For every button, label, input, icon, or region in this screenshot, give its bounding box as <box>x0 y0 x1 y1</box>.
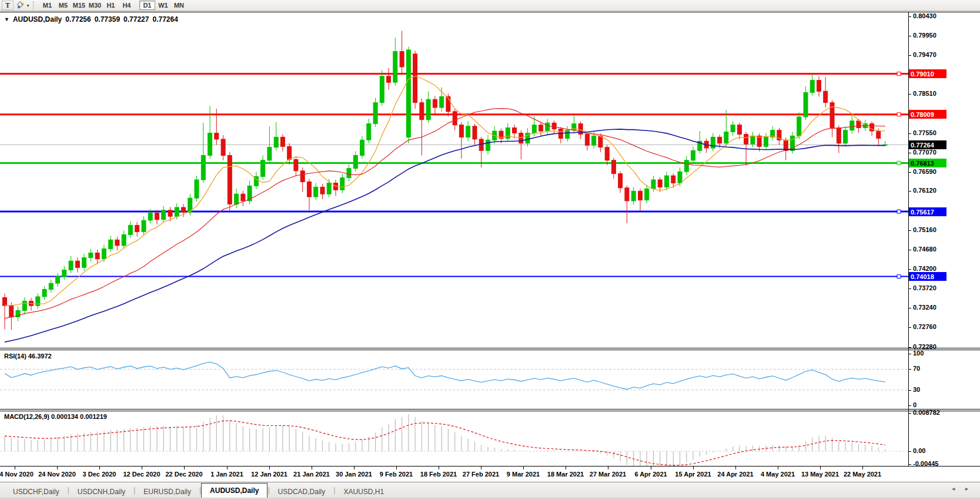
candle <box>817 80 821 92</box>
timeframe-button-h4[interactable]: H4 <box>119 1 135 10</box>
candle <box>731 125 735 132</box>
date-tick-label: 15 Apr 2021 <box>675 471 711 478</box>
candle <box>162 210 166 220</box>
candle <box>519 133 523 143</box>
date-tick <box>396 467 397 469</box>
date-tick-label: 30 Jan 2021 <box>336 471 372 478</box>
candle <box>241 194 245 201</box>
candle <box>274 137 278 147</box>
indicators-icon[interactable] <box>16 1 25 9</box>
timeframe-button-m30[interactable]: M30 <box>87 1 103 10</box>
candle <box>651 180 655 189</box>
timeframe-button-mn[interactable]: MN <box>171 1 187 10</box>
text-tool-button[interactable]: T <box>2 1 14 10</box>
timeframe-button-m15[interactable]: M15 <box>71 1 87 10</box>
tab-audusd-daily[interactable]: AUDUSD,Daily <box>201 483 267 498</box>
candle <box>267 147 272 160</box>
level-anchor[interactable] <box>897 210 901 213</box>
candle <box>426 99 430 120</box>
level-anchor[interactable] <box>897 275 901 278</box>
date-tick-label: 18 Feb 2021 <box>420 471 457 478</box>
ohlc-open: 0.77256 <box>65 15 91 24</box>
candle <box>82 258 86 268</box>
macd-chart-canvas[interactable] <box>0 411 980 466</box>
candle <box>850 121 854 130</box>
candle <box>844 130 848 143</box>
candle <box>566 130 570 139</box>
candle <box>406 50 410 137</box>
timeframe-button-h1[interactable]: H1 <box>103 1 119 10</box>
panel-divider[interactable] <box>0 411 980 411</box>
price-chart-canvas[interactable] <box>0 12 980 348</box>
candle <box>95 253 99 259</box>
candle <box>287 146 292 159</box>
tab-scroll-right-icon[interactable]: ► <box>964 486 969 492</box>
candle <box>400 52 404 67</box>
date-tick <box>142 467 142 469</box>
moving-average <box>5 129 885 342</box>
tab-usdcad-daily[interactable]: USDCAD,Daily <box>270 485 334 498</box>
candle <box>393 52 397 83</box>
candle <box>155 213 159 220</box>
rsi-chart-canvas[interactable] <box>0 350 980 409</box>
candle <box>280 137 285 146</box>
candle <box>605 147 609 160</box>
timeframe-button-w1[interactable]: W1 <box>155 1 171 10</box>
candle <box>546 123 550 131</box>
candle <box>804 92 808 117</box>
timeframe-button-d1[interactable]: D1 <box>139 1 155 10</box>
candle <box>69 261 73 270</box>
tab-usdchf-daily[interactable]: USDCHF,Daily <box>5 485 68 498</box>
date-tick-label: 12 Dec 2020 <box>123 471 160 478</box>
candle <box>618 174 623 188</box>
candle <box>684 160 688 172</box>
candle <box>320 187 325 194</box>
candle <box>128 225 132 234</box>
date-tick-label: 9 Mar 2021 <box>507 471 540 478</box>
timeframe-button-m1[interactable]: M1 <box>39 1 55 10</box>
tab-usdcnh-daily[interactable]: USDCNH,Daily <box>69 485 133 498</box>
symbol-collapse-icon[interactable]: ▼ <box>4 16 9 22</box>
chart-tab-bar: USDCHF,Daily|USDCNH,Daily|EURUSD,Daily|A… <box>0 482 980 498</box>
ohlc-low: 0.77227 <box>123 15 149 24</box>
candle <box>102 249 106 259</box>
date-tick <box>312 467 312 469</box>
toolbar-grip[interactable] <box>33 1 36 9</box>
candle <box>42 290 46 297</box>
level-anchor[interactable] <box>897 161 901 165</box>
date-tick <box>354 467 354 469</box>
candle <box>148 213 152 220</box>
panel-divider[interactable] <box>0 409 980 410</box>
candle <box>810 80 814 93</box>
candle <box>413 54 417 103</box>
candle <box>711 137 715 148</box>
date-tick-label: 14 Nov 2020 <box>0 471 34 478</box>
level-anchor[interactable] <box>897 72 901 76</box>
date-tick <box>566 467 566 469</box>
candle <box>360 140 364 155</box>
candle <box>75 261 79 267</box>
candle <box>353 156 357 169</box>
date-tick-label: 22 Dec 2020 <box>166 471 203 478</box>
panel-divider[interactable] <box>0 350 980 350</box>
chevron-down-icon[interactable]: ▼ <box>26 4 30 8</box>
price-axis-line <box>908 12 909 466</box>
date-tick <box>523 467 524 469</box>
candle <box>49 283 53 289</box>
candle <box>387 76 391 82</box>
candle <box>3 297 7 306</box>
date-tick <box>15 467 15 469</box>
candle <box>837 128 841 143</box>
candle <box>592 136 596 145</box>
candle <box>466 126 470 137</box>
tab-scroll-left-icon[interactable]: ◄ <box>951 486 956 492</box>
level-anchor[interactable] <box>897 113 901 116</box>
date-tick <box>862 467 863 469</box>
panel-divider[interactable] <box>0 348 980 348</box>
chart-symbol-label: AUDUSD,Daily <box>13 15 62 24</box>
candle <box>658 180 662 187</box>
timeframe-button-m5[interactable]: M5 <box>55 1 71 10</box>
tab-eurusd-daily[interactable]: EURUSD,Daily <box>135 485 199 498</box>
tab-xauusd-h1[interactable]: XAUUSD,H1 <box>335 485 392 498</box>
candle <box>22 301 26 311</box>
